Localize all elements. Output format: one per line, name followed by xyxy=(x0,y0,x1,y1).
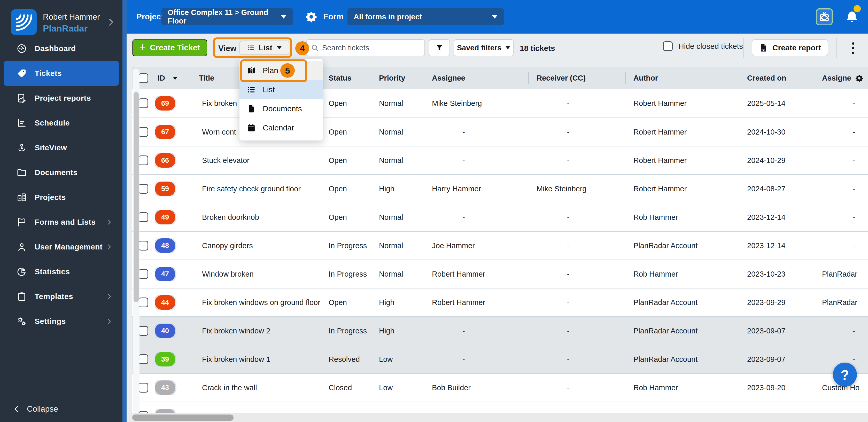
view-menu-item-plan[interactable]: Plan5 xyxy=(240,61,323,80)
table-row-43[interactable]: 43Crack in the wallClosedLowBob Builder-… xyxy=(132,373,868,401)
view-menu-item-documents[interactable]: Documents xyxy=(240,99,323,118)
row-checkbox[interactable] xyxy=(138,212,148,222)
header-receiver[interactable]: Receiver (CC) xyxy=(528,67,625,89)
ticket-assignee: Robert Hammer xyxy=(424,270,528,279)
header-priority[interactable]: Priority xyxy=(371,67,424,89)
row-checkbox[interactable] xyxy=(138,326,148,336)
form-select[interactable]: All forms in project xyxy=(347,8,504,25)
row-checkbox[interactable] xyxy=(138,127,148,137)
row-checkbox[interactable] xyxy=(138,297,148,307)
gears-icon xyxy=(17,316,27,326)
sidebar-item-settings[interactable]: Settings xyxy=(4,309,119,334)
ticket-priority: Normal xyxy=(371,213,424,222)
clipboard-icon xyxy=(17,291,27,302)
more-options-kebab-icon[interactable] xyxy=(848,41,858,55)
ticket-status: Open xyxy=(320,128,371,136)
sidebar-item-siteview[interactable]: SiteView xyxy=(4,135,119,160)
row-checkbox[interactable] xyxy=(138,156,148,165)
ticket-id-badge: 44 xyxy=(155,295,175,310)
row-checkbox[interactable] xyxy=(138,184,148,194)
ticket-extra: - xyxy=(814,213,868,222)
row-checkbox[interactable] xyxy=(138,269,148,279)
row-checkbox[interactable] xyxy=(138,383,148,393)
hide-closed-checkbox[interactable] xyxy=(663,41,673,51)
create-report-button[interactable]: Create report xyxy=(752,39,828,56)
ticket-author: PlanRadar Account xyxy=(625,298,739,307)
table-row-49[interactable]: 49Broken doorknobOpenNormal--Rob Hammer2… xyxy=(132,203,868,231)
row-checkbox[interactable] xyxy=(138,241,148,251)
sidebar-item-dashboard[interactable]: Dashboard xyxy=(4,36,119,61)
header-author[interactable]: Author xyxy=(625,67,739,89)
list-icon xyxy=(247,44,255,52)
create-ticket-label: Create Ticket xyxy=(150,43,200,53)
ticket-id-badge: 39 xyxy=(155,352,175,366)
row-checkbox[interactable] xyxy=(138,98,148,108)
ticket-extra: - xyxy=(814,185,868,193)
table-row-39[interactable]: 39Fix broken window 1ResolvedLow--PlanRa… xyxy=(132,345,868,373)
ticket-extra: - xyxy=(814,128,868,136)
view-mode-dropdown-button[interactable]: List xyxy=(240,40,289,55)
ticket-receiver: - xyxy=(528,241,625,250)
view-menu-item-calendar[interactable]: Calendar xyxy=(240,118,323,137)
header-assignee-custom[interactable]: Assigne xyxy=(814,67,868,89)
buildings-icon xyxy=(17,192,27,202)
sidebar-item-tickets[interactable]: Tickets xyxy=(4,61,119,86)
ticket-receiver: - xyxy=(528,156,625,165)
sidebar-item-schedule[interactable]: Schedule xyxy=(4,110,119,135)
table-row-48[interactable]: 48Canopy girdersIn ProgressNormalJoe Ham… xyxy=(132,231,868,260)
ticket-priority: Normal xyxy=(371,156,424,165)
ticket-title: Window broken xyxy=(194,270,320,279)
view-mode-menu: Plan5ListDocumentsCalendar xyxy=(240,59,323,140)
sidebar-collapse-button[interactable]: Collapse xyxy=(12,404,58,414)
chevron-right-icon xyxy=(106,293,113,300)
header-assignee[interactable]: Assignee xyxy=(424,67,528,89)
ticket-assignee: - xyxy=(424,355,528,364)
sidebar-item-documents[interactable]: Documents xyxy=(4,160,119,185)
ticket-id-cell: 43 xyxy=(155,381,194,395)
saved-filters-dropdown[interactable]: Saved filters xyxy=(454,39,514,56)
ticket-status: Resolved xyxy=(320,355,371,364)
help-button[interactable]: ? xyxy=(833,363,857,387)
vertical-scrollbar-thumb[interactable] xyxy=(133,92,139,302)
hide-closed-tickets-toggle[interactable]: Hide closed tickets xyxy=(663,41,743,51)
user-name: Robert Hammer xyxy=(43,12,100,22)
sidebar-item-user-management[interactable]: User Management xyxy=(4,234,119,259)
table-row-40[interactable]: 40Fix broken window 2In ProgressHigh--Pl… xyxy=(132,316,868,345)
table-row-47[interactable]: 47Window brokenIn ProgressNormalRobert H… xyxy=(132,260,868,288)
search-input[interactable] xyxy=(322,44,420,52)
header-created-on[interactable]: Created on xyxy=(739,67,814,89)
ticket-receiver: Mike Steinberg xyxy=(528,185,625,193)
view-menu-item-list[interactable]: List xyxy=(240,80,323,99)
create-ticket-button[interactable]: + Create Ticket xyxy=(132,39,207,56)
ticket-title: Fire safety check ground floor xyxy=(194,185,320,193)
map-icon xyxy=(247,66,256,75)
table-row-59[interactable]: 59Fire safety check ground floorOpenHigh… xyxy=(132,174,868,203)
ticket-id-badge: 67 xyxy=(155,125,175,139)
sidebar-item-statistics[interactable]: Statistics xyxy=(4,259,119,284)
select-all-checkbox[interactable] xyxy=(138,73,148,83)
horizontal-scrollbar-thumb[interactable] xyxy=(132,415,234,421)
sidebar-expand-chevron-icon[interactable] xyxy=(105,15,117,29)
ticket-assignee: - xyxy=(424,156,528,165)
sidebar-item-forms-and-lists[interactable]: Forms and Lists xyxy=(4,210,119,234)
header-status[interactable]: Status xyxy=(320,67,371,89)
form-label: Form xyxy=(323,12,344,22)
column-settings-gear-icon[interactable] xyxy=(855,74,864,83)
sidebar-item-templates[interactable]: Templates xyxy=(4,284,119,309)
ticket-count: 18 tickets xyxy=(520,44,555,53)
row-checkbox[interactable] xyxy=(138,354,148,364)
sidebar-item-project-reports[interactable]: Project reports xyxy=(4,86,119,110)
header-id[interactable]: ID xyxy=(155,67,194,89)
table-row-66[interactable]: 66Stuck elevatorOpenNormal--Robert Hamme… xyxy=(132,146,868,174)
connect-app-icon[interactable] xyxy=(816,8,833,25)
project-select[interactable]: Office Complex 11 > Ground Floor xyxy=(161,8,293,25)
filter-funnel-button[interactable] xyxy=(429,39,450,56)
project-settings-gear-icon[interactable] xyxy=(305,10,318,23)
sidebar-item-projects[interactable]: Projects xyxy=(4,185,119,210)
ticket-id-badge: 40 xyxy=(155,324,175,338)
ticket-status: Open xyxy=(320,213,371,222)
dashboard-icon xyxy=(17,43,27,54)
table-row-partial[interactable] xyxy=(132,401,868,413)
topbar: Project Office Complex 11 > Ground Floor… xyxy=(127,0,868,34)
table-row-44[interactable]: 44Fix broken windows on ground floorOpen… xyxy=(132,288,868,316)
